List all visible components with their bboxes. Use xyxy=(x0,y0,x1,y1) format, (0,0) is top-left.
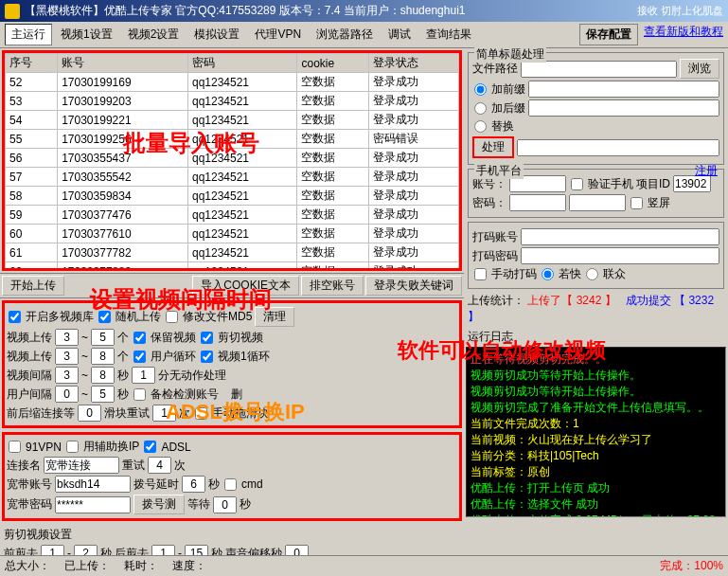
tab-main[interactable]: 主运行 xyxy=(5,24,52,45)
ui1-input[interactable] xyxy=(55,386,79,403)
ui2-input[interactable] xyxy=(91,386,115,403)
register-link[interactable]: 注册 xyxy=(695,163,718,179)
lianzhong-radio[interactable] xyxy=(586,268,598,280)
simple-title-group: 简单标题处理 文件路径 浏览 加前缀 加后缀 替换 处理 xyxy=(468,52,724,165)
vertical-check[interactable] xyxy=(630,197,643,209)
adsl-check[interactable] xyxy=(144,441,156,453)
titlebar: 【黑樱桃软件】优酷上传专家 官方QQ:417553289 版本号：7.4 当前用… xyxy=(0,0,728,22)
table-row[interactable]: 6117030377782qq1234521空数据登录成功 xyxy=(6,243,459,262)
front-input[interactable] xyxy=(528,81,719,98)
random-check[interactable] xyxy=(98,311,111,323)
col-header[interactable]: 账号 xyxy=(58,54,188,73)
backup-check[interactable] xyxy=(133,388,146,401)
userloop-check[interactable] xyxy=(133,351,146,363)
dama-acc-input[interactable] xyxy=(521,228,719,245)
retry-input[interactable] xyxy=(148,457,171,474)
tab-browser[interactable]: 浏览器路径 xyxy=(310,24,380,45)
fw-input[interactable] xyxy=(78,405,101,422)
cut-check[interactable] xyxy=(201,332,213,344)
statusbar: 总大小： 已上传： 耗时： 速度： 完成：100% xyxy=(0,555,728,576)
accounts-table: 序号账号密码cookie登录状态 5217030199169qq1234521空… xyxy=(5,53,459,271)
blank-account-button[interactable]: 排空账号 xyxy=(301,276,364,296)
v1-input[interactable] xyxy=(55,329,79,346)
clear-button[interactable]: 清理 xyxy=(255,307,294,327)
process-input[interactable] xyxy=(517,139,719,156)
back-radio[interactable] xyxy=(474,102,487,115)
import-cookie-button[interactable]: 导入COOKIE文本 xyxy=(192,276,299,296)
sr-input[interactable] xyxy=(152,405,176,422)
filepath-input[interactable] xyxy=(521,61,677,78)
view-new-link[interactable]: 查看新版和教程 xyxy=(644,24,723,45)
browse-button[interactable]: 浏览 xyxy=(680,59,719,79)
bbpwd-input[interactable] xyxy=(55,496,131,513)
md5-check[interactable] xyxy=(166,311,178,323)
tab-vpn[interactable]: 代理VPN xyxy=(248,24,308,45)
v1loop-check[interactable] xyxy=(201,351,213,363)
manual-drag-check[interactable] xyxy=(195,407,207,420)
table-row[interactable]: 5817030359834qq1234521空数据登录成功 xyxy=(6,187,459,206)
vi2-input[interactable] xyxy=(91,367,115,384)
col-header[interactable]: 密码 xyxy=(187,54,296,73)
multi-lib-check[interactable] xyxy=(9,311,21,323)
wait-input[interactable] xyxy=(213,496,237,513)
dd-input[interactable] xyxy=(182,476,205,493)
log-line: 正在等待视频剪切完成。。 xyxy=(471,351,721,368)
tab-video1[interactable]: 视频1设置 xyxy=(54,24,119,45)
table-row[interactable]: 5317030199203qq1234521空数据登录成功 xyxy=(6,92,459,111)
table-row[interactable]: 5217030199169qq1234521空数据登录成功 xyxy=(6,73,459,92)
log-line: 视频剪切成功等待开始上传操作。 xyxy=(471,368,721,384)
start-upload-button[interactable]: 开始上传 xyxy=(2,276,64,296)
app-icon xyxy=(5,4,20,19)
table-row[interactable]: 5917030377476qq1234521空数据登录成功 xyxy=(6,206,459,225)
front-radio[interactable] xyxy=(474,83,487,96)
save-config-button[interactable]: 保存配置 xyxy=(579,24,638,45)
log-line: 优酷上传：上传完成 2.67 MB/s （已上传：37.08 MB/37.08 … xyxy=(471,513,721,517)
tab-query[interactable]: 查询结果 xyxy=(419,24,478,45)
col-header[interactable]: 序号 xyxy=(6,54,58,73)
auxip-check[interactable] xyxy=(66,441,79,453)
tab-video2[interactable]: 视频2设置 xyxy=(121,24,186,45)
process-button[interactable]: 处理 xyxy=(472,136,514,158)
vi1-input[interactable] xyxy=(55,367,79,384)
table-row[interactable]: 6217030377883qq1234521空数据登录成功 xyxy=(6,262,459,272)
log-line: 当前分类：科技|105|Tech xyxy=(471,448,721,464)
table-row[interactable]: 5717030355542qq1234521空数据登录成功 xyxy=(6,168,459,187)
v3-input[interactable] xyxy=(55,348,79,365)
dial-test-button[interactable]: 拨号测 xyxy=(133,495,185,514)
extra-input[interactable] xyxy=(569,194,626,211)
manual-dama-check[interactable] xyxy=(474,268,487,280)
table-row[interactable]: 6017030377610qq1234521空数据登录成功 xyxy=(6,225,459,243)
table-row[interactable]: 5517030199256qq1234521空数据密码错误 xyxy=(6,130,459,149)
col-header[interactable]: cookie xyxy=(297,54,368,73)
verify-check[interactable] xyxy=(571,178,583,190)
log-line: 优酷上传：选择文件 成功 xyxy=(471,496,721,513)
v4-input[interactable] xyxy=(91,348,115,365)
table-row[interactable]: 5617030355437qq1234521空数据登录成功 xyxy=(6,149,459,168)
log-title: 运行日志 xyxy=(468,330,513,343)
vpn91-check[interactable] xyxy=(9,441,21,453)
log-line: 视频剪切成功等待开始上传操作。 xyxy=(471,384,721,400)
noaction-input[interactable] xyxy=(132,367,155,384)
replace-radio[interactable] xyxy=(474,120,487,133)
cmd-check[interactable] xyxy=(224,478,237,491)
col-header[interactable]: 登录状态 xyxy=(368,54,458,73)
dama-pwd-input[interactable] xyxy=(521,247,719,264)
accounts-table-wrap[interactable]: 序号账号密码cookie登录状态 5217030199169qq1234521空… xyxy=(2,50,462,271)
toolbar2: 开始上传 导入COOKIE文本 排空账号 登录失败关键词 xyxy=(0,273,464,298)
phone-pwd-input[interactable] xyxy=(509,194,566,211)
v2-input[interactable] xyxy=(91,329,115,346)
log-line: 当前文件完成次数：1 xyxy=(471,416,721,432)
keep-check[interactable] xyxy=(133,332,146,344)
dadama-radio[interactable] xyxy=(542,268,554,280)
login-keyword-button[interactable]: 登录失败关键词 xyxy=(365,276,462,296)
table-row[interactable]: 5417030199221qq1234521空数据登录成功 xyxy=(6,111,459,130)
tab-debug[interactable]: 调试 xyxy=(382,24,417,45)
tab-sim[interactable]: 模拟设置 xyxy=(187,24,246,45)
dama-group: 打码账号 打码密码 手动打码 若快 联众 xyxy=(468,222,724,289)
back-input[interactable] xyxy=(528,99,719,117)
log-area[interactable]: 正在等待视频剪切完成。。视频剪切成功等待开始上传操作。视频剪切成功等待开始上传操… xyxy=(466,347,726,517)
bbacc-input[interactable] xyxy=(55,476,131,493)
conn-input[interactable] xyxy=(44,457,119,474)
upload-stats: 上传统计： 上传了【 3242 】 成功提交 【 3232 】 xyxy=(466,291,726,327)
window-title: 【黑樱桃软件】优酷上传专家 官方QQ:417553289 版本号：7.4 当前用… xyxy=(25,3,465,19)
